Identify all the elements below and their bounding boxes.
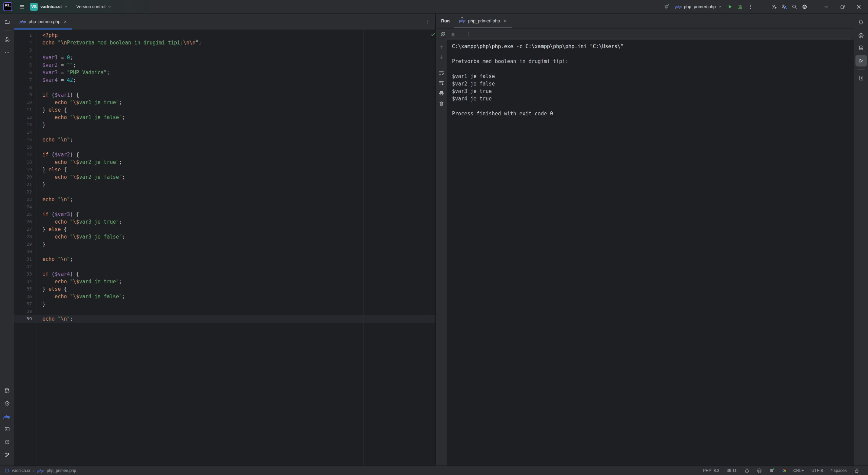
line-number[interactable]: 33 [14,270,32,278]
code-line[interactable]: } else { [42,106,435,114]
more-run-actions-button[interactable] [745,2,755,12]
tool-terminal[interactable] [1,423,13,435]
line-number[interactable]: 25 [14,211,32,218]
scroll-to-end-button[interactable] [437,79,446,87]
code-line[interactable]: $var1 = 0; [42,54,435,61]
tool-database[interactable] [1,385,13,396]
code-line[interactable]: echo "\$var3 je true"; [42,218,435,226]
tool-ai-assistant[interactable]: @ [855,29,867,41]
line-number[interactable]: 14 [14,129,32,136]
line-number[interactable]: 6 [14,69,32,76]
code-line[interactable]: <?php [42,32,435,39]
search-everywhere-button[interactable] [789,2,800,12]
tab-options-button[interactable] [420,14,435,30]
debug-button[interactable] [735,2,745,12]
code-line[interactable]: echo "\$var1 je false"; [42,114,435,121]
readonly-toggle[interactable] [850,468,863,473]
code-line[interactable]: } else { [42,285,435,293]
code-line[interactable]: } [42,181,435,188]
code-line[interactable] [42,46,435,54]
tab-close-icon[interactable]: × [503,18,507,24]
code-line[interactable]: } else { [42,226,435,233]
stop-button[interactable] [449,30,457,39]
code-line[interactable]: echo "\n"; [42,196,435,203]
line-number[interactable]: 39 [14,315,32,323]
run-button[interactable] [725,2,735,12]
line-number[interactable]: 12 [14,114,32,121]
run-tab-php-primeri[interactable]: php php_primeri.php × [454,14,511,28]
line-number[interactable]: 32 [14,263,32,270]
code-line[interactable]: echo "\n"; [42,136,435,144]
code-line[interactable]: } [42,241,435,248]
code-line[interactable] [42,188,435,196]
line-number[interactable]: 23 [14,196,32,203]
code-line[interactable]: $var4 = 42; [42,76,435,84]
tool-more-tools[interactable] [1,46,13,58]
line-number[interactable]: 19 [14,166,32,173]
line-number[interactable]: 15 [14,136,32,144]
line-number[interactable]: 2 [14,39,32,46]
run-config-selector[interactable]: php php_primeri.php [673,2,724,12]
line-number[interactable]: 16 [14,144,32,151]
code-line[interactable]: $var2 = ""; [42,61,435,69]
code-line[interactable] [42,203,435,211]
line-number[interactable]: 31 [14,255,32,263]
debug-listener-button[interactable] [662,2,672,12]
code-line[interactable]: echo "\$var1 je true"; [42,99,435,106]
line-number[interactable]: 35 [14,285,32,293]
tool-version-control[interactable] [1,449,13,461]
line-separator-widget[interactable]: CRLF [790,468,808,473]
google-widget[interactable]: G [779,468,790,473]
code-with-me-button[interactable] [769,2,779,12]
line-number[interactable]: 4 [14,54,32,61]
tool-services[interactable] [1,398,13,409]
line-number[interactable]: 22 [14,188,32,196]
settings-button[interactable] [800,2,810,12]
console-output[interactable]: C:\xampp\php\php.exe -c C:\xampp\php\php… [447,40,854,466]
code-line[interactable]: echo "\$var4 je false"; [42,293,435,300]
ai-assistant-widget[interactable]: @ [753,468,766,473]
line-number[interactable]: 3 [14,46,32,54]
line-number[interactable]: 21 [14,181,32,188]
project-selector[interactable]: VS vadnica.si [27,2,70,12]
console-options-button[interactable] [465,30,473,39]
encoding-widget[interactable]: UTF-8 [808,468,827,473]
line-number[interactable]: 29 [14,241,32,248]
code-line[interactable]: if ($var4) { [42,270,435,278]
line-number[interactable]: 17 [14,151,32,158]
editor-tab-php-primeri[interactable]: php php_primeri.php × [14,14,72,30]
code-line[interactable]: if ($var1) { [42,91,435,99]
tool-run[interactable] [855,55,867,66]
tool-project[interactable] [1,16,13,28]
gutter[interactable]: 1234567891011121314151617181920212223242… [14,30,37,466]
code-line[interactable]: echo "\n"; [42,315,435,323]
line-number[interactable]: 36 [14,293,32,300]
tool-structure[interactable] [1,34,13,45]
code-line[interactable] [42,308,435,315]
vcs-widget[interactable]: Version control [74,2,114,12]
code-line[interactable] [42,84,435,91]
line-number[interactable]: 5 [14,61,32,69]
code-line[interactable]: $var3 = "PHP Vadnica"; [42,69,435,76]
code-line[interactable]: echo "\$var2 je true"; [42,158,435,166]
code-line[interactable]: } else { [42,166,435,173]
php-version-widget[interactable]: PHP: 8.3 [699,468,723,473]
line-number[interactable]: 18 [14,158,32,166]
tool-notifications[interactable] [855,16,867,28]
code-line[interactable]: if ($var3) { [42,211,435,218]
clear-all-button[interactable] [437,100,446,107]
line-number[interactable]: 34 [14,278,32,285]
breadcrumb-file[interactable]: php_primeri.php [47,468,76,473]
line-number[interactable]: 30 [14,248,32,255]
tool-problems[interactable] [1,436,13,448]
line-number[interactable]: 20 [14,173,32,181]
tool-database-right[interactable] [855,42,867,54]
prev-occurrence-button[interactable] [437,43,446,51]
code-line[interactable]: } [42,300,435,308]
breadcrumb-project[interactable]: vadnica.si [12,468,30,473]
rerun-button[interactable] [438,30,447,39]
code-line[interactable]: echo "\$var2 je false"; [42,173,435,181]
code-line[interactable] [42,144,435,151]
caret-position-widget[interactable]: 39:11 [723,468,740,473]
code-line[interactable]: if ($var2) { [42,151,435,158]
